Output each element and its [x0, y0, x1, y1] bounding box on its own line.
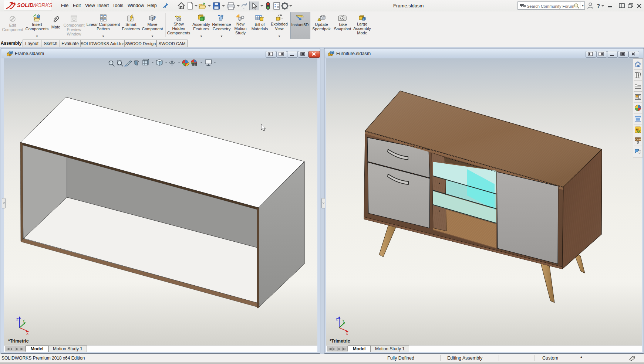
svg-text:X: X	[346, 332, 348, 336]
svg-text:X: X	[26, 332, 28, 336]
svg-text:?: ?	[597, 3, 600, 9]
svg-text:SOLID: SOLID	[17, 2, 34, 8]
svg-text:WORKS: WORKS	[32, 2, 52, 8]
svg-text:Z: Z	[16, 317, 18, 321]
svg-text:Z: Z	[336, 317, 338, 321]
svg-text:!: !	[319, 18, 320, 21]
svg-text:CAM: CAM	[635, 138, 641, 141]
svg-text:Y: Y	[342, 319, 344, 323]
svg-text:Y: Y	[23, 319, 25, 323]
svg-text:SD: SD	[635, 128, 639, 131]
